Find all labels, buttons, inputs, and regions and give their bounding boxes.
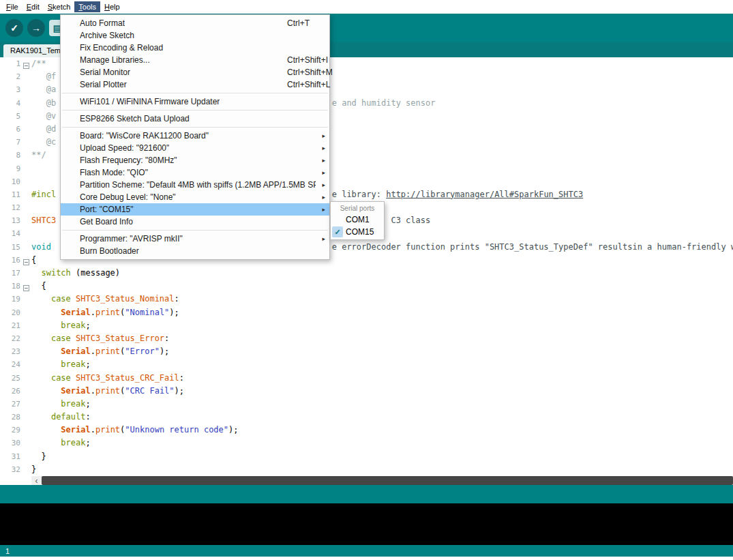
tab-rak1901-sketch[interactable]: RAK1901_Tem xyxy=(3,44,69,57)
fold-gutter xyxy=(20,214,31,227)
fold-gutter xyxy=(20,319,31,332)
line-number: 11 xyxy=(0,188,20,201)
code-line-23: 23 Serial.print("Error"); xyxy=(0,345,733,358)
line-number: 26 xyxy=(0,385,20,398)
menu-item-core-debug-level-none[interactable]: Core Debug Level: "None"▸ xyxy=(61,191,329,203)
submenu-arrow-icon: ▸ xyxy=(322,132,325,139)
menu-item-label: Serial Plotter xyxy=(80,80,127,89)
menu-item-archive-sketch[interactable]: Archive Sketch xyxy=(61,29,329,42)
menubar-item-sketch[interactable]: Sketch xyxy=(44,1,75,12)
menu-item-label: Port: "COM15" xyxy=(80,205,134,214)
menubar-item-file[interactable]: File xyxy=(2,1,23,12)
arrow-right-icon: → xyxy=(31,23,41,33)
code-line-21: 21 break; xyxy=(0,319,733,332)
submenu-arrow-icon: ▸ xyxy=(322,194,325,201)
scroll-left-icon[interactable]: ‹ xyxy=(31,476,42,485)
menubar-item-edit[interactable]: Edit xyxy=(23,1,44,12)
menu-item-shortcut: Ctrl+Shift+M xyxy=(287,68,333,77)
menu-item-partition-scheme-default-4mb-with-spiffs-1-2mb-app-1-5mb-spiffs[interactable]: Partition Scheme: "Default 4MB with spif… xyxy=(61,179,329,191)
menu-item-flash-mode-qio[interactable]: Flash Mode: "QIO"▸ xyxy=(61,166,329,179)
fold-gutter xyxy=(20,97,31,110)
code-text: Serial.print("Error"); xyxy=(31,345,733,358)
fold-gutter xyxy=(20,188,31,201)
line-number: 13 xyxy=(0,214,20,227)
line-number: 10 xyxy=(0,175,20,188)
submenu-arrow-icon: ▸ xyxy=(322,206,325,213)
code-text: default: xyxy=(31,411,733,424)
code-line-32: 32} xyxy=(0,463,733,476)
upload-button[interactable]: → xyxy=(27,19,45,37)
port-submenu: Serial ports COM1✓COM15 xyxy=(330,201,385,240)
menu-item-label: Archive Sketch xyxy=(80,31,134,40)
menu-item-get-board-info[interactable]: Get Board Info xyxy=(61,216,329,228)
fold-collapse-box xyxy=(23,285,29,291)
menubar-item-help[interactable]: Help xyxy=(100,1,124,12)
menu-item-esp8266-sketch-data-upload[interactable]: ESP8266 Sketch Data Upload xyxy=(61,113,329,125)
menu-item-auto-format[interactable]: Auto FormatCtrl+T xyxy=(61,17,329,29)
bottom-strip: 1 xyxy=(0,545,733,557)
menu-item-port-com15[interactable]: Port: "COM15"▸ xyxy=(61,203,329,216)
verify-button[interactable]: ✓ xyxy=(5,19,23,37)
menu-item-label: Serial Monitor xyxy=(80,68,130,77)
port-option-com15[interactable]: ✓COM15 xyxy=(331,226,384,238)
code-line-28: 28 default: xyxy=(0,411,733,424)
code-text: Serial.print("Unknown return code"); xyxy=(31,424,733,437)
line-number: 8 xyxy=(0,149,20,162)
menu-item-manage-libraries[interactable]: Manage Libraries...Ctrl+Shift+I xyxy=(61,54,329,66)
line-number: 24 xyxy=(0,358,20,371)
fold-gutter xyxy=(20,70,31,83)
menu-item-fix-encoding-reload[interactable]: Fix Encoding & Reload xyxy=(61,42,329,54)
menu-item-label: Get Board Info xyxy=(80,217,133,226)
fold-gutter xyxy=(20,162,31,175)
code-text: case SHTC3_Status_Nominal: xyxy=(31,293,733,306)
menu-item-board-wiscore-rak11200-board[interactable]: Board: "WisCore RAK11200 Board"▸ xyxy=(61,130,329,142)
submenu-arrow-icon: ▸ xyxy=(322,157,325,164)
code-line-20: 20 Serial.print("Nominal"); xyxy=(0,306,733,319)
line-number: 31 xyxy=(0,450,20,463)
menu-item-label: Burn Bootloader xyxy=(80,246,139,256)
code-text: switch (message) xyxy=(31,267,733,280)
line-number: 30 xyxy=(0,437,20,450)
menu-item-burn-bootloader[interactable]: Burn Bootloader xyxy=(61,245,329,257)
menu-item-label: Core Debug Level: "None" xyxy=(80,192,176,202)
fold-gutter xyxy=(20,306,31,319)
menu-item-flash-frequency-80mhz[interactable]: Flash Frequency: "80MHz"▸ xyxy=(61,154,329,166)
fold-gutter xyxy=(20,345,31,358)
line-number: 5 xyxy=(0,110,20,123)
line-number: 3 xyxy=(0,83,20,96)
fold-marker-icon[interactable] xyxy=(20,280,31,293)
horizontal-scrollbar[interactable]: ‹ xyxy=(31,476,733,485)
menu-item-programmer-avrisp-mkii[interactable]: Programmer: "AVRISP mkII"▸ xyxy=(61,233,329,245)
fold-marker-icon[interactable] xyxy=(20,57,31,70)
code-line-31: 31 } xyxy=(0,450,733,463)
menu-item-shortcut: Ctrl+Shift+I xyxy=(287,55,328,65)
menu-item-upload-speed-921600[interactable]: Upload Speed: "921600"▸ xyxy=(61,142,329,154)
menu-item-label: Auto Format xyxy=(80,18,125,28)
menu-item-serial-plotter[interactable]: Serial PlotterCtrl+Shift+L xyxy=(61,78,329,91)
menu-separator xyxy=(62,110,328,110)
code-line-26: 26 Serial.print("CRC Fail"); xyxy=(0,385,733,398)
menu-item-label: Flash Mode: "QIO" xyxy=(80,168,148,177)
menu-item-shortcut: Ctrl+Shift+L xyxy=(287,80,330,89)
current-line-indicator: 1 xyxy=(5,547,10,555)
code-line-24: 24 break; xyxy=(0,358,733,371)
line-number: 16 xyxy=(0,254,20,267)
fold-gutter xyxy=(20,385,31,398)
code-line-29: 29 Serial.print("Unknown return code"); xyxy=(0,424,733,437)
code-text: Serial.print("Nominal"); xyxy=(31,306,733,319)
line-number: 25 xyxy=(0,372,20,385)
menu-item-serial-monitor[interactable]: Serial MonitorCtrl+Shift+M xyxy=(61,66,329,78)
menu-bar: FileEditSketchToolsHelp xyxy=(0,0,733,14)
fold-gutter xyxy=(20,267,31,280)
menubar-item-tools[interactable]: Tools xyxy=(74,1,100,12)
menu-item-wifi101-wifinina-firmware-updater[interactable]: WiFi101 / WiFiNINA Firmware Updater xyxy=(61,95,329,108)
submenu-arrow-icon: ▸ xyxy=(322,145,325,151)
menu-item-label: WiFi101 / WiFiNINA Firmware Updater xyxy=(80,97,220,106)
fold-gutter xyxy=(20,372,31,385)
line-number: 32 xyxy=(0,463,20,476)
scrollbar-thumb[interactable] xyxy=(42,476,733,485)
fold-gutter xyxy=(20,398,31,411)
fold-marker-icon[interactable] xyxy=(20,254,31,267)
check-icon: ✓ xyxy=(10,23,18,33)
port-option-com1[interactable]: COM1 xyxy=(331,213,384,226)
